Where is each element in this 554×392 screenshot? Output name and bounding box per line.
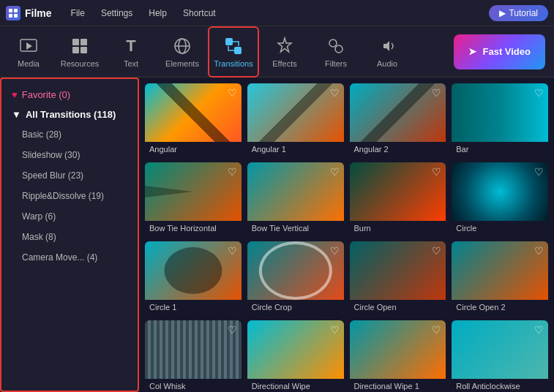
grid-item-roll-anticlockwise[interactable]: ♡ Roll Anticlockwise <box>452 320 548 392</box>
svg-rect-6 <box>72 39 79 45</box>
app-name: Filme <box>25 7 52 19</box>
app-logo: Filme <box>6 6 52 20</box>
sidebar-item-slideshow[interactable]: Slideshow (30) <box>1 145 138 165</box>
favorite-heart-icon[interactable]: ♡ <box>534 166 544 178</box>
grid-item-circle-open-2[interactable]: ♡ Circle Open 2 <box>452 241 548 314</box>
sidebar-item-ripple[interactable]: Ripple&Dissolve (19) <box>1 186 138 206</box>
favorite-heart-icon[interactable]: ♡ <box>534 87 544 99</box>
thumbnail: ♡ <box>247 320 344 379</box>
transition-label: Angular <box>145 142 242 157</box>
title-bar: Filme File Settings Help Shortcut ▶ Tuto… <box>0 0 554 26</box>
svg-point-15 <box>329 39 337 47</box>
favorite-heart-icon[interactable]: ♡ <box>534 324 544 336</box>
toolbar-audio[interactable]: Audio <box>362 26 413 78</box>
sidebar-item-mask[interactable]: Mask (8) <box>1 227 138 247</box>
thumbnail: ♡ <box>350 162 446 221</box>
sidebar-item-speedblur[interactable]: Speed Blur (23) <box>1 165 138 186</box>
svg-marker-5 <box>26 42 32 50</box>
menu-help[interactable]: Help <box>141 5 174 21</box>
favorite-heart-icon[interactable]: ♡ <box>432 87 441 99</box>
grid-item-angular-2[interactable]: ♡ Angular 2 <box>350 83 446 157</box>
tutorial-icon: ▶ <box>499 8 506 18</box>
grid-item-angular[interactable]: ♡ Angular <box>145 83 242 157</box>
tutorial-button[interactable]: ▶ Tutorial <box>489 5 548 21</box>
toolbar-text[interactable]: T Text <box>105 26 157 78</box>
tutorial-label: Tutorial <box>509 8 538 18</box>
sidebar-all-transitions[interactable]: ▼ All Transitions (118) <box>1 105 138 124</box>
effects-icon <box>274 36 295 56</box>
grid-item-directional-wipe-1[interactable]: ♡ Directional Wipe 1 <box>350 320 446 392</box>
transition-label: Directional Wipe 1 <box>350 379 446 392</box>
transition-label: Circle Open <box>350 300 446 314</box>
transition-label: Bow Tie Vertical <box>247 221 344 235</box>
svg-rect-3 <box>14 14 18 18</box>
sidebar-item-basic[interactable]: Basic (28) <box>1 124 138 145</box>
svg-rect-13 <box>225 38 233 45</box>
toolbar-effects[interactable]: Effects <box>259 26 310 78</box>
grid-item-circle-1[interactable]: ♡ Circle 1 <box>145 241 242 314</box>
toolbar-elements-label: Elements <box>165 59 199 68</box>
transitions-grid: ♡ Angular ♡ Angular 1 ♡ Angular 2 ♡ Bar … <box>139 78 554 392</box>
fast-video-button[interactable]: ➤ Fast Video <box>454 34 545 69</box>
favorite-heart-icon[interactable]: ♡ <box>228 324 237 336</box>
toolbar-transitions-label: Transitions <box>214 59 252 68</box>
grid-item-bow-tie-horizontal[interactable]: ♡ Bow Tie Horizontal <box>145 162 242 235</box>
transition-label: Bar <box>452 142 548 157</box>
grid-item-bar[interactable]: ♡ Bar <box>452 83 548 157</box>
grid-item-burn[interactable]: ♡ Burn <box>350 162 446 235</box>
menu-settings[interactable]: Settings <box>94 5 140 21</box>
filters-icon <box>326 36 346 56</box>
sidebar-favorite[interactable]: ♥ Favorite (0) <box>1 85 138 105</box>
transition-label: Circle <box>452 221 548 235</box>
favorite-heart-icon[interactable]: ♡ <box>228 166 237 178</box>
svg-rect-14 <box>234 47 242 54</box>
grid-item-directional-wipe[interactable]: ♡ Directional Wipe <box>247 320 344 392</box>
transitions-icon <box>223 36 244 56</box>
menu-file[interactable]: File <box>64 5 92 21</box>
favorite-heart-icon[interactable]: ♡ <box>534 245 544 257</box>
grid-item-col-whisk[interactable]: ♡ Col Whisk <box>145 320 242 392</box>
grid-item-circle-open[interactable]: ♡ Circle Open <box>350 241 446 314</box>
transition-label: Circle Crop <box>247 300 344 314</box>
sidebar-item-cameramove[interactable]: Camera Move... (4) <box>1 247 138 268</box>
transition-label: Burn <box>350 221 446 235</box>
main-area: ♥ Favorite (0) ▼ All Transitions (118) B… <box>0 78 554 392</box>
transition-label: Col Whisk <box>145 379 242 392</box>
favorite-heart-icon[interactable]: ♡ <box>432 166 441 178</box>
svg-rect-2 <box>9 14 12 18</box>
chevron-down-icon: ▼ <box>12 109 21 120</box>
toolbar-resources[interactable]: Resources <box>54 26 105 78</box>
grid-item-angular-1[interactable]: ♡ Angular 1 <box>247 83 344 157</box>
grid-item-circle[interactable]: ♡ Circle <box>452 162 548 235</box>
toolbar-transitions[interactable]: Transitions <box>208 26 259 78</box>
toolbar-resources-label: Resources <box>61 59 100 68</box>
toolbar-media-label: Media <box>18 59 40 68</box>
favorite-heart-icon[interactable]: ♡ <box>432 324 441 336</box>
transition-label: Bow Tie Horizontal <box>145 221 242 235</box>
grid-item-bow-tie-vertical[interactable]: ♡ Bow Tie Vertical <box>247 162 344 235</box>
favorite-heart-icon[interactable]: ♡ <box>330 87 340 99</box>
favorite-heart-icon[interactable]: ♡ <box>330 324 340 336</box>
thumbnail: ♡ <box>247 241 344 300</box>
transition-label: Circle Open 2 <box>452 300 548 314</box>
toolbar-filters[interactable]: Filters <box>310 26 362 78</box>
toolbar-elements[interactable]: Elements <box>157 26 208 78</box>
favorite-heart-icon[interactable]: ♡ <box>330 166 340 178</box>
favorite-heart-icon[interactable]: ♡ <box>330 245 340 257</box>
sidebar-all-transitions-label: All Transitions (118) <box>26 109 116 120</box>
resources-icon <box>70 36 90 56</box>
transition-label: Circle 1 <box>145 300 242 314</box>
favorite-heart-icon[interactable]: ♡ <box>432 245 441 257</box>
thumbnail: ♡ <box>145 241 242 300</box>
svg-rect-1 <box>14 9 18 12</box>
svg-rect-0 <box>9 9 12 12</box>
logo-icon <box>6 6 20 20</box>
thumbnail: ♡ <box>452 320 548 379</box>
grid-item-circle-crop[interactable]: ♡ Circle Crop <box>247 241 344 314</box>
sidebar: ♥ Favorite (0) ▼ All Transitions (118) B… <box>0 78 139 392</box>
favorite-heart-icon[interactable]: ♡ <box>228 245 237 257</box>
menu-shortcut[interactable]: Shortcut <box>176 5 223 21</box>
favorite-heart-icon[interactable]: ♡ <box>228 87 237 99</box>
sidebar-item-warp[interactable]: Warp (6) <box>1 206 138 227</box>
toolbar-media[interactable]: Media <box>3 26 54 78</box>
